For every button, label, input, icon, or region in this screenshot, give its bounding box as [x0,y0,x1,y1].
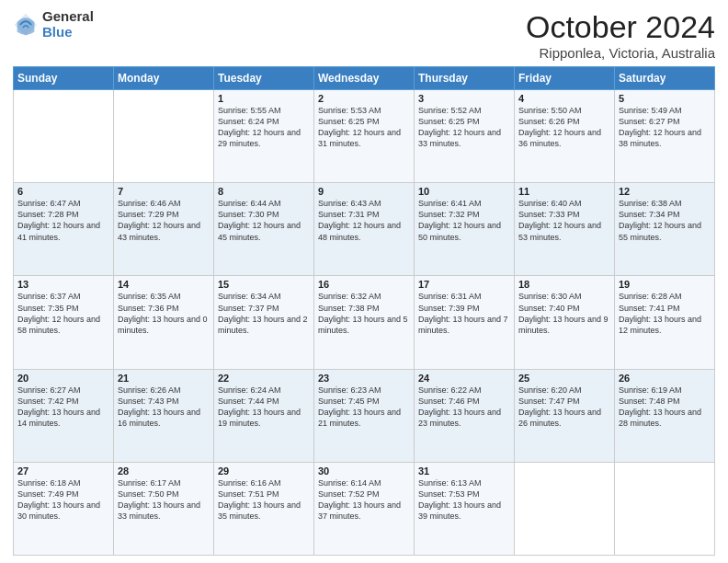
title-block: October 2024 Ripponlea, Victoria, Austra… [526,9,715,61]
calendar-cell: 7Sunrise: 6:46 AM Sunset: 7:29 PM Daylig… [114,183,214,276]
logo-blue-text: Blue [42,25,94,40]
day-number: 15 [218,279,310,290]
day-number: 28 [118,465,210,477]
day-details: Sunrise: 6:46 AM Sunset: 7:29 PM Dayligh… [118,198,210,243]
title-month: October 2024 [526,9,715,45]
calendar-cell: 21Sunrise: 6:26 AM Sunset: 7:43 PM Dayli… [114,369,214,462]
weekday-header-friday: Friday [515,67,615,90]
day-details: Sunrise: 6:20 AM Sunset: 7:47 PM Dayligh… [518,385,610,430]
day-number: 10 [418,186,510,197]
day-number: 20 [17,373,109,384]
day-details: Sunrise: 6:18 AM Sunset: 7:49 PM Dayligh… [17,477,109,523]
day-number: 4 [518,93,610,104]
calendar-week-row: 20Sunrise: 6:27 AM Sunset: 7:42 PM Dayli… [14,369,715,462]
day-details: Sunrise: 5:50 AM Sunset: 6:26 PM Dayligh… [518,105,610,150]
calendar-cell: 20Sunrise: 6:27 AM Sunset: 7:42 PM Dayli… [14,369,114,462]
calendar-cell: 18Sunrise: 6:30 AM Sunset: 7:40 PM Dayli… [515,276,615,369]
day-number: 12 [619,186,711,197]
day-number: 8 [218,186,310,197]
calendar-week-row: 1Sunrise: 5:55 AM Sunset: 6:24 PM Daylig… [14,90,715,183]
day-details: Sunrise: 6:35 AM Sunset: 7:36 PM Dayligh… [118,291,210,336]
calendar-cell: 31Sunrise: 6:13 AM Sunset: 7:53 PM Dayli… [415,462,515,555]
calendar-cell: 12Sunrise: 6:38 AM Sunset: 7:34 PM Dayli… [615,183,715,276]
day-details: Sunrise: 6:17 AM Sunset: 7:50 PM Dayligh… [118,477,210,523]
page: General Blue October 2024 Ripponlea, Vic… [0,0,728,563]
day-details: Sunrise: 6:27 AM Sunset: 7:42 PM Dayligh… [17,385,109,430]
calendar-cell: 19Sunrise: 6:28 AM Sunset: 7:41 PM Dayli… [615,276,715,369]
day-details: Sunrise: 6:22 AM Sunset: 7:46 PM Dayligh… [418,385,510,430]
calendar-cell [14,90,114,183]
day-number: 1 [218,93,310,104]
calendar-cell: 15Sunrise: 6:34 AM Sunset: 7:37 PM Dayli… [214,276,314,369]
day-details: Sunrise: 5:52 AM Sunset: 6:25 PM Dayligh… [418,105,510,150]
weekday-header-tuesday: Tuesday [214,67,314,90]
day-number: 2 [318,93,410,104]
day-details: Sunrise: 6:23 AM Sunset: 7:45 PM Dayligh… [318,385,410,430]
calendar-cell: 13Sunrise: 6:37 AM Sunset: 7:35 PM Dayli… [14,276,114,369]
calendar-cell: 2Sunrise: 5:53 AM Sunset: 6:25 PM Daylig… [314,90,415,183]
calendar-cell [515,462,615,555]
day-number: 24 [418,373,510,384]
calendar-cell: 14Sunrise: 6:35 AM Sunset: 7:36 PM Dayli… [114,276,214,369]
calendar-cell: 9Sunrise: 6:43 AM Sunset: 7:31 PM Daylig… [314,183,415,276]
logo-general-text: General [42,9,94,25]
day-number: 14 [118,279,210,290]
day-details: Sunrise: 6:44 AM Sunset: 7:30 PM Dayligh… [218,198,310,243]
weekday-header-row: SundayMondayTuesdayWednesdayThursdayFrid… [14,67,715,90]
calendar-cell: 29Sunrise: 6:16 AM Sunset: 7:51 PM Dayli… [214,462,314,555]
day-details: Sunrise: 6:37 AM Sunset: 7:35 PM Dayligh… [17,291,109,336]
day-details: Sunrise: 5:55 AM Sunset: 6:24 PM Dayligh… [218,105,310,150]
day-details: Sunrise: 6:28 AM Sunset: 7:41 PM Dayligh… [619,291,711,336]
day-number: 3 [418,93,510,104]
day-number: 21 [118,373,210,384]
day-details: Sunrise: 6:31 AM Sunset: 7:39 PM Dayligh… [418,291,510,336]
logo: General Blue [13,9,94,40]
calendar-cell: 22Sunrise: 6:24 AM Sunset: 7:44 PM Dayli… [214,369,314,462]
day-number: 9 [318,186,410,197]
day-number: 31 [418,465,510,477]
day-details: Sunrise: 5:53 AM Sunset: 6:25 PM Dayligh… [318,105,410,150]
calendar-cell: 16Sunrise: 6:32 AM Sunset: 7:38 PM Dayli… [314,276,415,369]
day-number: 7 [118,186,210,197]
day-details: Sunrise: 6:34 AM Sunset: 7:37 PM Dayligh… [218,291,310,336]
weekday-header-thursday: Thursday [415,67,515,90]
day-number: 13 [17,279,109,290]
calendar-cell: 4Sunrise: 5:50 AM Sunset: 6:26 PM Daylig… [515,90,615,183]
calendar-cell: 26Sunrise: 6:19 AM Sunset: 7:48 PM Dayli… [615,369,715,462]
calendar-header: SundayMondayTuesdayWednesdayThursdayFrid… [14,67,715,90]
title-location: Ripponlea, Victoria, Australia [526,45,715,61]
calendar-cell: 8Sunrise: 6:44 AM Sunset: 7:30 PM Daylig… [214,183,314,276]
day-details: Sunrise: 6:14 AM Sunset: 7:52 PM Dayligh… [318,477,410,523]
calendar-week-row: 27Sunrise: 6:18 AM Sunset: 7:49 PM Dayli… [14,462,715,555]
calendar-table: SundayMondayTuesdayWednesdayThursdayFrid… [13,66,715,556]
day-details: Sunrise: 6:16 AM Sunset: 7:51 PM Dayligh… [218,477,310,523]
day-details: Sunrise: 6:24 AM Sunset: 7:44 PM Dayligh… [218,385,310,430]
day-number: 26 [619,373,711,384]
day-number: 23 [318,373,410,384]
calendar-cell: 28Sunrise: 6:17 AM Sunset: 7:50 PM Dayli… [114,462,214,555]
calendar-body: 1Sunrise: 5:55 AM Sunset: 6:24 PM Daylig… [14,90,715,556]
day-number: 25 [518,373,610,384]
day-details: Sunrise: 6:32 AM Sunset: 7:38 PM Dayligh… [318,291,410,336]
day-number: 19 [619,279,711,290]
calendar-cell [114,90,214,183]
day-number: 5 [619,93,711,104]
calendar-cell: 5Sunrise: 5:49 AM Sunset: 6:27 PM Daylig… [615,90,715,183]
calendar-cell: 27Sunrise: 6:18 AM Sunset: 7:49 PM Dayli… [14,462,114,555]
day-number: 29 [218,465,310,477]
day-number: 17 [418,279,510,290]
calendar-cell: 24Sunrise: 6:22 AM Sunset: 7:46 PM Dayli… [415,369,515,462]
day-number: 18 [518,279,610,290]
day-details: Sunrise: 6:19 AM Sunset: 7:48 PM Dayligh… [619,385,711,430]
day-number: 11 [518,186,610,197]
day-number: 27 [17,465,109,477]
calendar-cell: 3Sunrise: 5:52 AM Sunset: 6:25 PM Daylig… [415,90,515,183]
day-number: 6 [17,186,109,197]
logo-icon [13,12,39,38]
day-number: 22 [218,373,310,384]
weekday-header-wednesday: Wednesday [314,67,415,90]
day-details: Sunrise: 6:40 AM Sunset: 7:33 PM Dayligh… [518,198,610,243]
day-details: Sunrise: 6:38 AM Sunset: 7:34 PM Dayligh… [619,198,711,243]
day-details: Sunrise: 5:49 AM Sunset: 6:27 PM Dayligh… [619,105,711,150]
calendar-cell: 6Sunrise: 6:47 AM Sunset: 7:28 PM Daylig… [14,183,114,276]
